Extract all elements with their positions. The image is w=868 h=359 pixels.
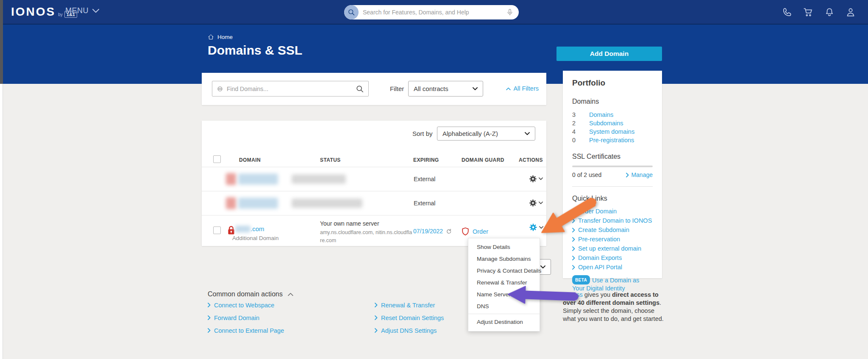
table-header: DOMAIN STATUS EXPIRING DOMAIN GUARD ACTI… [202, 155, 546, 167]
column-header-expiring: EXPIRING [413, 157, 439, 163]
microphone-icon[interactable] [506, 8, 514, 17]
nameserver-line-1: amy.ns.cloudflare.com, nitin.ns.cloudfla [320, 229, 412, 235]
menu-item-show-details[interactable]: Show Details [468, 241, 540, 253]
menu-item-adjust-destination[interactable]: Adjust Destination [468, 316, 540, 328]
menu-item-manage-subdomains[interactable]: Manage Subdomains [468, 253, 540, 265]
action-link-renewal-transfer[interactable]: Renewal & Transfer [375, 302, 444, 308]
blurred-domain-name [238, 198, 278, 209]
quick-link-order-domain[interactable]: Order Domain [572, 207, 653, 215]
count-link-domains[interactable]: Domains [589, 111, 613, 118]
ssl-manage-link[interactable]: Manage [626, 171, 653, 178]
count-value: 4 [572, 128, 589, 135]
chevron-down-icon [539, 202, 543, 204]
domains-heading: Domains [572, 98, 653, 105]
beta-digital-identity-link[interactable]: BETAUse a Domain as Your Digital Identit… [572, 275, 653, 293]
chevron-up-icon [506, 87, 511, 90]
sort-select[interactable]: Alphabetically (A-Z) [437, 127, 535, 141]
chevron-down-icon [92, 9, 99, 13]
count-link-subdomains[interactable]: Subdomains [589, 120, 623, 127]
quick-link-domain-exports[interactable]: Domain Exports [572, 254, 653, 262]
user-icon[interactable] [845, 7, 856, 18]
menu-item-privacy-contact-details[interactable]: Privacy & Contact Details [468, 265, 540, 276]
chevron-right-icon [375, 315, 378, 320]
chevron-right-icon [572, 256, 575, 260]
chevron-right-icon [208, 303, 211, 307]
menu-item-name-server[interactable]: Name Server [468, 288, 540, 300]
top-navbar: IONOS by 1&1 MENU [0, 0, 868, 25]
menu-item-renewal-transfer[interactable]: Renewal & Transfer [468, 276, 540, 288]
logo-by: by [58, 12, 63, 17]
domain-guard-order-link[interactable]: Order [473, 228, 488, 235]
renew-sync-icon[interactable] [445, 228, 452, 235]
quick-link-label: Set up external domain [578, 245, 641, 252]
quick-link-open-api-portal[interactable]: Open API Portal [572, 263, 653, 271]
cart-icon[interactable] [803, 7, 814, 18]
chevron-right-icon [572, 237, 575, 242]
chevron-right-icon [572, 246, 575, 251]
action-link-adjust-dns-settings[interactable]: Adjust DNS Settings [375, 327, 444, 334]
breadcrumb[interactable]: Home [208, 34, 233, 40]
row-checkbox[interactable] [213, 226, 221, 234]
chevron-right-icon [626, 173, 629, 177]
action-link-connect-to-webspace[interactable]: Connect to Webspace [208, 302, 284, 308]
action-link-reset-domain-settings[interactable]: Reset Domain Settings [375, 315, 444, 321]
global-search-input[interactable] [359, 9, 506, 16]
ssl-usage-progressbar [572, 166, 653, 167]
bell-icon[interactable] [824, 7, 835, 18]
divider [572, 186, 653, 187]
shield-icon [462, 227, 469, 236]
action-link-forward-domain[interactable]: Forward Domain [208, 315, 284, 321]
action-link-connect-to-external-page[interactable]: Connect to External Page [208, 327, 284, 334]
count-link-pre-registrations[interactable]: Pre-registrations [589, 137, 634, 144]
search-icon[interactable] [344, 5, 359, 19]
menu-item-dns[interactable]: DNS [468, 300, 540, 312]
menu-button[interactable]: MENU [65, 6, 99, 15]
gear-icon [529, 223, 538, 232]
chevron-right-icon [375, 303, 378, 307]
domain-link: .com [250, 225, 264, 232]
count-value: 2 [572, 120, 589, 127]
chevron-down-icon [539, 226, 543, 229]
add-domain-button[interactable]: Add Domain [556, 47, 662, 61]
select-all-checkbox[interactable] [213, 155, 221, 163]
portfolio-count-row: 3 Domains [572, 111, 653, 118]
count-link-system-domains[interactable]: System domains [589, 128, 634, 135]
domain-name-cell[interactable]: .com [235, 225, 264, 232]
beta-badge: BETA [572, 275, 590, 284]
navbar-icon-group [782, 7, 856, 18]
window-edge-bottom [0, 84, 3, 359]
quick-link-pre-reservation[interactable]: Pre-reservation [572, 235, 653, 243]
quick-link-create-subdomain[interactable]: Create Subdomain [572, 226, 653, 234]
ssl-usage-text: 0 of 2 used [572, 171, 601, 178]
page-title: Domains & SSL [208, 43, 302, 58]
action-link-label: Adjust DNS Settings [381, 327, 437, 334]
actions-dropdown-menu: Show Details Manage Subdomains Privacy &… [468, 238, 540, 331]
expiring-cell: 07/19/2022 [413, 228, 452, 235]
row-actions-gear-button[interactable] [529, 174, 543, 183]
quick-link-set-up-external-domain[interactable]: Set up external domain [572, 245, 653, 252]
chevron-down-icon [525, 132, 530, 135]
contracts-select[interactable]: All contracts [408, 81, 483, 97]
chevron-down-icon [473, 87, 478, 91]
quick-link-transfer-domain[interactable]: Transfer Domain to IONOS [572, 217, 653, 224]
promo-access-link[interactable]: Access [563, 291, 583, 298]
expiring-date-link[interactable]: 07/19/2022 [413, 228, 443, 235]
ssl-manage-label: Manage [631, 171, 653, 178]
row-actions-gear-button[interactable] [529, 199, 543, 207]
quick-link-label: Transfer Domain to IONOS [578, 217, 652, 224]
phone-icon[interactable] [782, 7, 793, 18]
blurred-status [292, 174, 346, 184]
expiring-value: External [414, 200, 435, 207]
gear-icon [529, 199, 537, 207]
portfolio-title: Portfolio [572, 78, 653, 88]
chevron-right-icon [572, 218, 575, 223]
common-actions-title[interactable]: Common domain actions [208, 290, 293, 298]
domain-type-label: Additional Domain [232, 235, 279, 241]
sort-by-label: Sort by [412, 130, 433, 137]
column-header-domain-guard: DOMAIN GUARD [462, 157, 504, 163]
all-filters-toggle[interactable]: All Filters [506, 85, 539, 92]
row-actions-gear-button-active[interactable] [529, 223, 543, 232]
search-icon[interactable] [356, 85, 364, 93]
global-search [344, 5, 519, 19]
find-domains-input[interactable] [227, 86, 352, 92]
